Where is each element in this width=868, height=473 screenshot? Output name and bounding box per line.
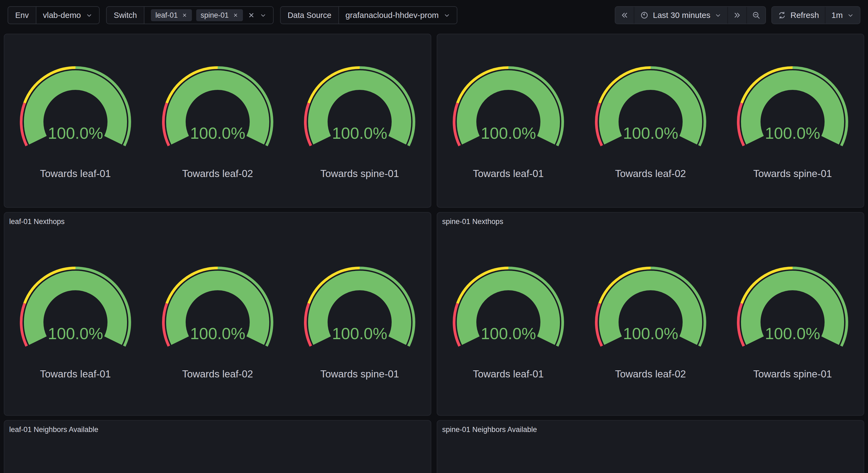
gauge-chart: 100.0%: [16, 263, 135, 350]
switch-variable-label: Switch: [107, 7, 145, 24]
gauge-value-text: 100.0%: [765, 324, 820, 343]
time-shift-back-button[interactable]: [615, 7, 634, 24]
time-range-picker-button[interactable]: Last 30 minutes: [634, 7, 727, 24]
gauge-title: Towards leaf-02: [182, 168, 253, 179]
gauge-value-text: 100.0%: [623, 324, 678, 343]
refresh-icon: [778, 11, 786, 19]
gauge: 100.0%Towards leaf-02: [147, 263, 289, 380]
env-variable-control: Env vlab-demo: [8, 6, 100, 24]
remove-value-icon[interactable]: [182, 12, 188, 18]
panel: 100.0%Towards leaf-01100.0%Towards leaf-…: [4, 34, 431, 208]
switch-value-chip-label: spine-01: [200, 11, 229, 20]
gauge-value-text: 100.0%: [765, 124, 820, 142]
panel: leaf-01 Nexthops100.0%Towards leaf-01100…: [4, 212, 431, 416]
refresh-button[interactable]: Refresh: [772, 7, 825, 24]
gauge-chart: 100.0%: [158, 263, 277, 350]
chevron-down-icon: [715, 12, 721, 19]
gauge-value-text: 100.0%: [623, 124, 678, 142]
gauge-chart: 100.0%: [733, 62, 852, 149]
switch-chip-list: leaf-01spine-01: [151, 9, 243, 21]
gauge-title: Towards spine-01: [753, 368, 832, 380]
clock-icon: [640, 11, 648, 19]
panel-title[interactable]: spine-01 Neighbors Available: [437, 421, 864, 435]
switch-variable-control: Switch leaf-01spine-01: [106, 6, 274, 24]
double-chevron-right-icon: [733, 11, 741, 19]
gauge-chart: 100.0%: [158, 62, 277, 149]
refresh-label: Refresh: [790, 10, 819, 20]
gauge: 100.0%Towards leaf-01: [4, 263, 147, 380]
gauge-chart: 100.0%: [300, 263, 420, 350]
gauge-chart: 100.0%: [16, 62, 135, 149]
gauge-value-text: 100.0%: [332, 124, 387, 142]
clear-values-icon[interactable]: [247, 11, 255, 19]
panel-title[interactable]: leaf-01 Nexthops: [4, 213, 431, 227]
panel-body: 100.0%Towards leaf-01100.0%Towards leaf-…: [4, 227, 431, 415]
gauge-value-text: 100.0%: [481, 124, 536, 142]
gauge-chart: 100.0%: [591, 263, 710, 350]
dashboard-grid: 100.0%Towards leaf-01100.0%Towards leaf-…: [4, 34, 864, 473]
gauge: 100.0%Towards leaf-02: [580, 62, 722, 179]
gauge: 100.0%Towards leaf-01: [437, 263, 580, 380]
gauge-title: Towards leaf-01: [473, 168, 544, 179]
refresh-interval-value: 1m: [831, 10, 843, 20]
gauge-value-text: 100.0%: [48, 324, 103, 343]
remove-value-icon[interactable]: [232, 12, 239, 18]
gauge: 100.0%Towards leaf-01: [437, 62, 580, 179]
gauge-title: Towards leaf-02: [615, 168, 686, 179]
gauge: 100.0%Towards leaf-02: [580, 263, 722, 380]
gauge-title: Towards leaf-01: [473, 368, 544, 380]
switch-value-chip-label: leaf-01: [155, 11, 178, 20]
refresh-group: Refresh 1m: [771, 6, 860, 24]
gauge-value-text: 100.0%: [190, 324, 245, 343]
gauge-chart: 100.0%: [733, 263, 852, 350]
datasource-variable-label: Data Source: [281, 7, 339, 24]
chevron-down-icon: [260, 12, 267, 19]
panel-body: 100.0%Towards leaf-01100.0%Towards leaf-…: [437, 227, 864, 415]
switch-value-chip[interactable]: spine-01: [196, 9, 243, 21]
gauge-title: Towards leaf-02: [182, 368, 253, 380]
panel-body: [4, 435, 431, 473]
chevron-down-icon: [86, 12, 93, 19]
double-chevron-left-icon: [620, 11, 629, 19]
panel: leaf-01 Neighbors Available: [4, 420, 431, 473]
gauge-title: Towards spine-01: [320, 368, 399, 380]
gauge-title: Towards spine-01: [320, 168, 399, 179]
time-shift-forward-button[interactable]: [727, 7, 746, 24]
datasource-variable-value: grafanacloud-hhdev-prom: [345, 10, 439, 20]
gauge-title: Towards leaf-01: [40, 168, 111, 179]
gauge: 100.0%Towards leaf-02: [147, 62, 289, 179]
gauge-value-text: 100.0%: [481, 324, 536, 343]
gauge-title: Towards spine-01: [753, 168, 832, 179]
switch-value-chip[interactable]: leaf-01: [151, 9, 192, 21]
chevron-down-icon: [443, 12, 450, 19]
gauge: 100.0%Towards spine-01: [721, 62, 864, 179]
gauge-title: Towards leaf-02: [615, 368, 686, 380]
datasource-variable-select[interactable]: grafanacloud-hhdev-prom: [339, 7, 457, 24]
panel-title[interactable]: leaf-01 Neighbors Available: [4, 421, 431, 435]
env-variable-value: vlab-demo: [43, 10, 81, 20]
time-zoom-out-button[interactable]: [746, 7, 766, 24]
gauge-value-text: 100.0%: [190, 124, 245, 142]
time-picker-group: Last 30 minutes: [615, 6, 766, 24]
switch-variable-select[interactable]: leaf-01spine-01: [145, 7, 273, 24]
panel: spine-01 Nexthops100.0%Towards leaf-0110…: [437, 212, 864, 416]
env-variable-select[interactable]: vlab-demo: [36, 7, 99, 24]
panel: 100.0%Towards leaf-01100.0%Towards leaf-…: [437, 34, 864, 208]
gauge-chart: 100.0%: [448, 62, 568, 149]
gauge: 100.0%Towards spine-01: [288, 62, 431, 179]
datasource-variable-control: Data Source grafanacloud-hhdev-prom: [280, 6, 458, 24]
toolbar-right-cluster: Last 30 minutes Refresh 1m: [615, 6, 860, 24]
panel: spine-01 Neighbors Available: [437, 420, 864, 473]
gauge-chart: 100.0%: [591, 62, 710, 149]
panel-body: 100.0%Towards leaf-01100.0%Towards leaf-…: [437, 34, 864, 207]
gauge: 100.0%Towards spine-01: [721, 263, 864, 380]
chevron-down-icon: [847, 12, 854, 19]
env-variable-label: Env: [8, 7, 36, 24]
dashboard-toolbar: Env vlab-demo Switch leaf-01spine-01 Dat…: [0, 0, 868, 30]
gauge-value-text: 100.0%: [332, 324, 387, 343]
time-range-label: Last 30 minutes: [653, 10, 710, 20]
refresh-interval-picker[interactable]: 1m: [825, 7, 860, 24]
gauge-title: Towards leaf-01: [40, 368, 111, 380]
panel-title[interactable]: spine-01 Nexthops: [437, 213, 864, 227]
panel-body: 100.0%Towards leaf-01100.0%Towards leaf-…: [4, 34, 431, 207]
